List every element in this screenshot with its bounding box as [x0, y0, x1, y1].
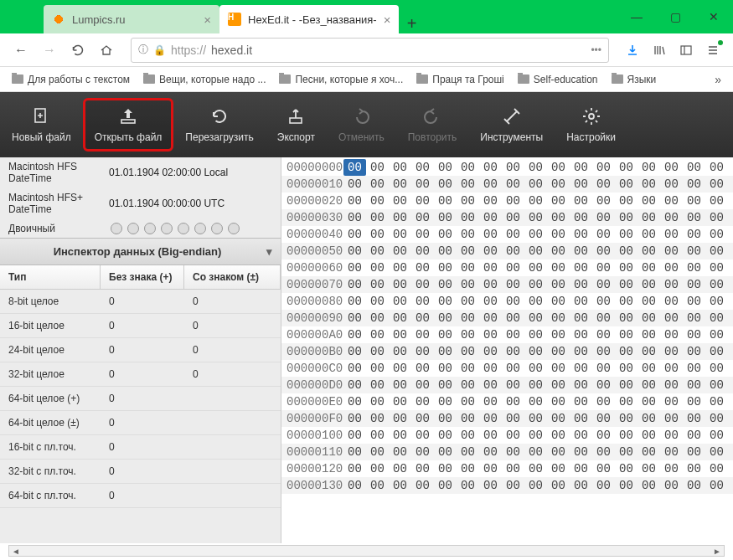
hex-byte[interactable]: 00: [479, 226, 502, 243]
hex-byte[interactable]: 00: [389, 377, 411, 393]
hex-byte[interactable]: 00: [615, 460, 638, 477]
hex-byte[interactable]: 00: [366, 293, 389, 310]
hex-byte[interactable]: 00: [615, 377, 638, 393]
hex-byte[interactable]: 00: [434, 444, 457, 460]
hex-byte[interactable]: 00: [434, 259, 457, 276]
hex-byte[interactable]: 00: [457, 226, 479, 243]
hex-byte[interactable]: 00: [411, 310, 434, 326]
hex-byte[interactable]: 00: [434, 209, 457, 226]
hex-byte[interactable]: 00: [389, 259, 411, 276]
bookmark-folder[interactable]: Песни, которые я хоч...: [274, 71, 408, 88]
toolbar-export-button[interactable]: Экспорт: [266, 98, 327, 152]
hex-byte[interactable]: 00: [457, 243, 479, 259]
bit-dot[interactable]: [144, 223, 156, 234]
hex-byte[interactable]: 00: [366, 360, 389, 377]
hex-byte[interactable]: 00: [411, 393, 434, 410]
hex-byte[interactable]: 00: [683, 243, 705, 259]
hex-line[interactable]: 000000B000000000000000000000000000000000…: [281, 343, 733, 360]
hex-byte[interactable]: 00: [366, 259, 389, 276]
toolbar-reload-button[interactable]: Перезагрузить: [173, 98, 265, 152]
hex-byte[interactable]: 00: [524, 360, 547, 377]
hex-byte[interactable]: 00: [366, 377, 389, 393]
hex-byte[interactable]: 00: [411, 176, 434, 193]
hex-line[interactable]: 000000F000000000000000000000000000000000…: [281, 410, 733, 427]
hex-byte[interactable]: 00: [434, 360, 457, 377]
hex-byte[interactable]: 00: [502, 226, 524, 243]
cell-unsigned[interactable]: 0: [101, 460, 184, 483]
toolbar-new-button[interactable]: Новый файл: [0, 98, 83, 152]
toolbar-tools-button[interactable]: Инструменты: [468, 98, 555, 152]
hex-byte[interactable]: 00: [705, 427, 728, 444]
hex-byte[interactable]: 00: [660, 444, 683, 460]
hex-byte[interactable]: 00: [570, 360, 592, 377]
hex-byte[interactable]: 00: [638, 477, 660, 494]
hex-byte[interactable]: 00: [660, 477, 683, 494]
hex-byte[interactable]: 00: [457, 460, 479, 477]
hex-byte[interactable]: 00: [660, 243, 683, 259]
hex-byte[interactable]: 00: [389, 393, 411, 410]
hex-byte[interactable]: 00: [547, 159, 570, 176]
hex-byte[interactable]: 00: [592, 193, 615, 209]
cell-unsigned[interactable]: 0: [101, 387, 184, 410]
hex-byte[interactable]: 00: [479, 393, 502, 410]
hex-byte[interactable]: 00: [705, 193, 728, 209]
hex-byte[interactable]: 00: [434, 377, 457, 393]
hex-byte[interactable]: 00: [660, 293, 683, 310]
hex-byte[interactable]: 00: [705, 343, 728, 360]
hex-byte[interactable]: 00: [502, 410, 524, 427]
hex-byte[interactable]: 00: [660, 310, 683, 326]
hex-byte[interactable]: 00: [366, 193, 389, 209]
hex-byte[interactable]: 00: [570, 159, 592, 176]
hex-byte[interactable]: 00: [343, 343, 366, 360]
hex-byte[interactable]: 00: [524, 326, 547, 343]
hex-byte[interactable]: 00: [547, 293, 570, 310]
scroll-left-icon[interactable]: ◄: [9, 547, 23, 556]
hex-byte[interactable]: 00: [366, 477, 389, 494]
hex-byte[interactable]: 00: [457, 176, 479, 193]
hex-byte[interactable]: 00: [411, 259, 434, 276]
reload-button[interactable]: [65, 38, 90, 63]
hex-byte[interactable]: 00: [547, 460, 570, 477]
hex-byte[interactable]: 00: [638, 226, 660, 243]
close-icon[interactable]: ×: [204, 13, 211, 27]
hex-byte[interactable]: 00: [434, 226, 457, 243]
hex-byte[interactable]: 00: [547, 226, 570, 243]
hex-byte[interactable]: 00: [638, 259, 660, 276]
hex-byte[interactable]: 00: [411, 444, 434, 460]
hex-line[interactable]: 0000004000000000000000000000000000000000…: [281, 226, 733, 243]
hex-byte[interactable]: 00: [343, 326, 366, 343]
hex-byte[interactable]: 00: [457, 393, 479, 410]
hex-line[interactable]: 0000000000000000000000000000000000000000…: [281, 159, 733, 176]
hex-byte[interactable]: 00: [638, 377, 660, 393]
hex-byte[interactable]: 00: [660, 259, 683, 276]
hex-byte[interactable]: 00: [660, 360, 683, 377]
hex-byte[interactable]: 00: [660, 209, 683, 226]
hex-byte[interactable]: 00: [366, 460, 389, 477]
hex-byte[interactable]: 00: [547, 259, 570, 276]
hex-byte[interactable]: 00: [524, 460, 547, 477]
hex-byte[interactable]: 00: [389, 226, 411, 243]
hex-byte[interactable]: 00: [343, 393, 366, 410]
hex-byte[interactable]: 00: [705, 259, 728, 276]
hex-byte[interactable]: 00: [547, 343, 570, 360]
hex-byte[interactable]: 00: [479, 293, 502, 310]
cell-signed[interactable]: 0: [184, 362, 281, 386]
menu-button[interactable]: [701, 39, 725, 62]
bit-dot[interactable]: [111, 223, 122, 234]
hex-byte[interactable]: 00: [524, 226, 547, 243]
hex-byte[interactable]: 00: [615, 159, 638, 176]
hex-byte[interactable]: 00: [366, 159, 389, 176]
hex-byte[interactable]: 00: [638, 243, 660, 259]
hex-byte[interactable]: 00: [389, 276, 411, 293]
hex-byte[interactable]: 00: [592, 427, 615, 444]
hex-line[interactable]: 0000010000000000000000000000000000000000…: [281, 427, 733, 444]
hex-byte[interactable]: 00: [615, 444, 638, 460]
toolbar-undo-button[interactable]: Отменить: [327, 98, 396, 152]
hex-byte[interactable]: 00: [366, 326, 389, 343]
hex-byte[interactable]: 00: [660, 326, 683, 343]
hex-byte[interactable]: 00: [479, 444, 502, 460]
hex-byte[interactable]: 00: [411, 193, 434, 209]
bookmark-folder[interactable]: Праця та Гроші: [411, 71, 509, 88]
hex-byte[interactable]: 00: [411, 293, 434, 310]
hex-byte[interactable]: 00: [479, 243, 502, 259]
